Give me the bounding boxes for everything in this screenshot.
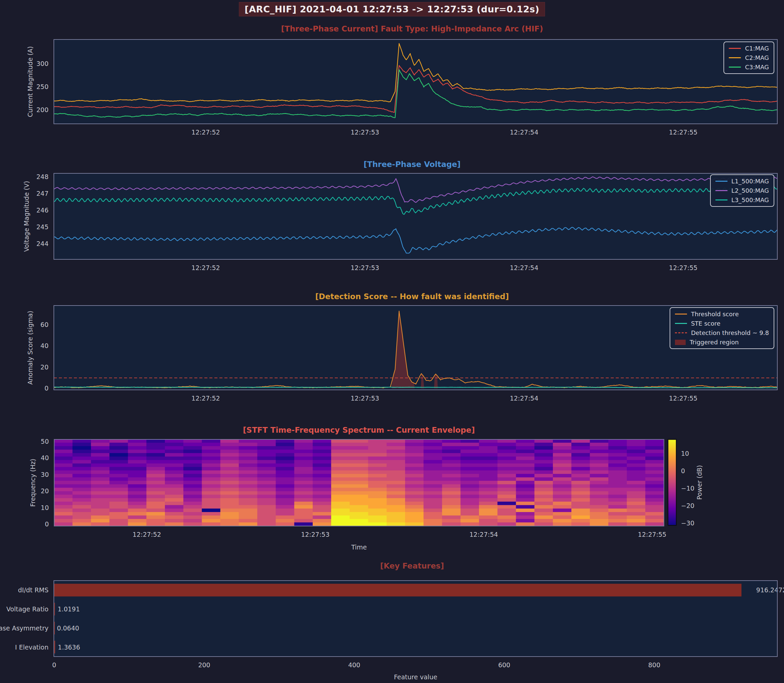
stft-cell <box>109 443 128 446</box>
stft-cell <box>202 523 221 526</box>
stft-cell <box>275 512 294 516</box>
stft-cell <box>73 515 91 519</box>
stft-cell <box>349 502 368 505</box>
y-tick-label: 0 <box>45 520 49 528</box>
stft-cell <box>54 470 73 474</box>
stft-cell <box>387 519 405 523</box>
stft-cell <box>368 488 387 492</box>
stft-cell <box>257 498 276 502</box>
stft-cell <box>645 450 664 454</box>
stft-cell <box>516 460 535 464</box>
stft-cell <box>165 453 184 457</box>
stft-cell <box>73 463 91 467</box>
y-axis-label: Voltage Magnitude (V) <box>23 181 30 252</box>
stft-cell <box>608 439 627 443</box>
y-tick-label: 20 <box>40 364 48 371</box>
stft-cell <box>479 470 498 474</box>
stft-cell <box>109 484 128 488</box>
stft-cell <box>442 450 461 454</box>
stft-cell <box>183 519 202 523</box>
stft-cell <box>313 478 331 481</box>
stft-cell <box>442 498 461 502</box>
stft-cell <box>645 467 664 470</box>
stft-cell <box>349 443 368 446</box>
stft-cell <box>571 470 590 474</box>
stft-cell <box>257 488 276 492</box>
stft-cell <box>313 505 331 509</box>
stft-cell <box>91 498 110 502</box>
stft-cell <box>608 463 627 467</box>
stft-cell <box>221 498 239 502</box>
charts-canvas: 20025030012:27:5212:27:5312:27:5412:27:5… <box>0 0 784 683</box>
stft-cell <box>387 463 405 467</box>
stft-cell <box>202 519 221 523</box>
stft-cell <box>627 450 646 454</box>
stft-cell <box>183 491 202 495</box>
stft-cell <box>147 439 165 443</box>
stft-cell <box>608 484 627 488</box>
stft-cell <box>331 509 350 512</box>
stft-cell <box>294 450 313 454</box>
x-tick-label: 12:27:53 <box>350 264 379 271</box>
stft-cell <box>221 515 239 519</box>
y-tick-label: 244 <box>37 240 48 247</box>
stft-cell <box>424 519 442 523</box>
stft-cell <box>516 495 535 498</box>
stft-cell <box>498 491 516 495</box>
stft-cell <box>387 457 405 460</box>
stft-cell <box>534 453 553 457</box>
stft-cell <box>516 502 535 505</box>
stft-cell <box>331 491 350 495</box>
stft-cell <box>498 453 516 457</box>
y-tick-label: 300 <box>37 60 48 67</box>
stft-cell <box>424 523 442 526</box>
stft-cell <box>553 457 571 460</box>
bar-value-label: 1.3636 <box>58 643 80 651</box>
stft-cell <box>54 450 73 454</box>
stft-cell <box>202 488 221 492</box>
stft-cell <box>516 509 535 512</box>
stft-cell <box>424 470 442 474</box>
stft-cell <box>165 446 184 450</box>
stft-cell <box>257 505 276 509</box>
x-tick-label: 0 <box>52 661 56 669</box>
stft-cell <box>257 453 276 457</box>
stft-cell <box>553 502 571 505</box>
stft-cell <box>516 467 535 470</box>
stft-cell <box>479 439 498 443</box>
stft-cell <box>461 463 479 467</box>
stft-cell <box>645 470 664 474</box>
stft-cell <box>387 478 405 481</box>
stft-cell <box>516 484 535 488</box>
stft-cell <box>479 495 498 498</box>
stft-cell <box>608 502 627 505</box>
stft-cell <box>645 463 664 467</box>
stft-cell <box>221 457 239 460</box>
stft-cell <box>109 478 128 481</box>
stft-cell <box>479 474 498 478</box>
stft-cell <box>424 450 442 454</box>
stft-cell <box>516 491 535 495</box>
x-tick-label: 12:27:53 <box>301 531 330 538</box>
stft-cell <box>405 470 424 474</box>
x-tick-label: 12:27:55 <box>669 264 698 271</box>
stft-cell <box>147 505 165 509</box>
stft-cell <box>331 439 350 443</box>
stft-cell <box>331 481 350 484</box>
stft-cell <box>202 467 221 470</box>
stft-cell <box>147 457 165 460</box>
stft-cell <box>645 488 664 492</box>
feature-bar-3 <box>54 641 55 654</box>
stft-cell <box>183 446 202 450</box>
colorbar-tick-label: 10 <box>681 450 689 457</box>
stft-cell <box>54 446 73 450</box>
stft-cell <box>257 470 276 474</box>
stft-cell <box>109 439 128 443</box>
stft-cell <box>645 502 664 505</box>
stft-cell <box>645 474 664 478</box>
stft-cell <box>128 491 147 495</box>
stft-cell <box>498 502 516 505</box>
stft-cell <box>54 512 73 516</box>
stft-cell <box>331 484 350 488</box>
stft-cell <box>128 481 147 484</box>
